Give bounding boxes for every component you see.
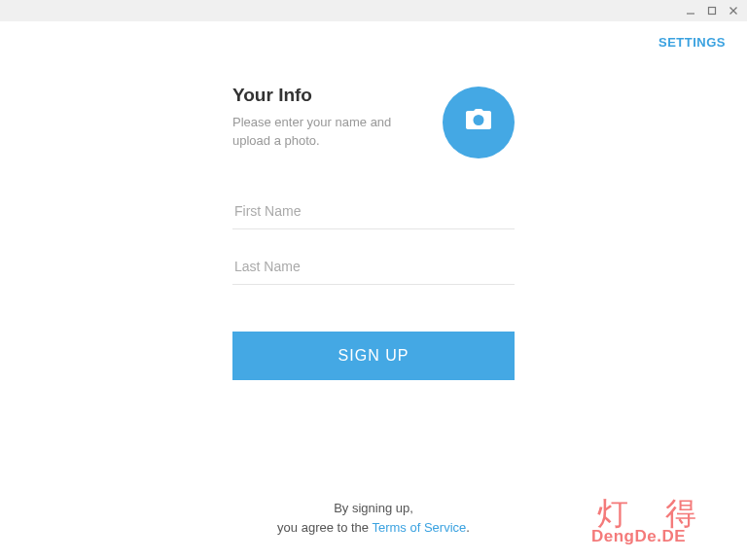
maximize-button[interactable]	[706, 5, 718, 17]
svg-point-4	[474, 115, 484, 125]
page-title: Your Info	[232, 85, 423, 106]
last-name-field[interactable]	[232, 249, 515, 285]
main-content: Your Info Please enter your name and upl…	[232, 85, 515, 380]
info-text: Your Info Please enter your name and upl…	[232, 85, 443, 151]
terms-footer: By signing up, you agree to the Terms of…	[0, 499, 747, 537]
info-row: Your Info Please enter your name and upl…	[232, 85, 515, 158]
first-name-field[interactable]	[232, 193, 515, 229]
signup-form: SIGN UP	[232, 193, 515, 380]
footer-line2-suffix: .	[466, 520, 470, 535]
signup-button[interactable]: SIGN UP	[232, 332, 515, 380]
minimize-button[interactable]	[685, 5, 696, 17]
page-description: Please enter your name and upload a phot…	[232, 114, 423, 151]
window-titlebar	[0, 0, 747, 21]
avatar-upload-button[interactable]	[443, 87, 515, 158]
header: SETTINGS	[0, 21, 747, 50]
svg-rect-1	[709, 8, 716, 15]
settings-link[interactable]: SETTINGS	[658, 35, 726, 50]
camera-icon	[465, 109, 492, 136]
footer-line2-prefix: you agree to the	[277, 520, 372, 535]
close-button[interactable]	[728, 5, 739, 17]
footer-line1: By signing up,	[334, 501, 413, 515]
terms-of-service-link[interactable]: Terms of Service	[372, 520, 466, 535]
